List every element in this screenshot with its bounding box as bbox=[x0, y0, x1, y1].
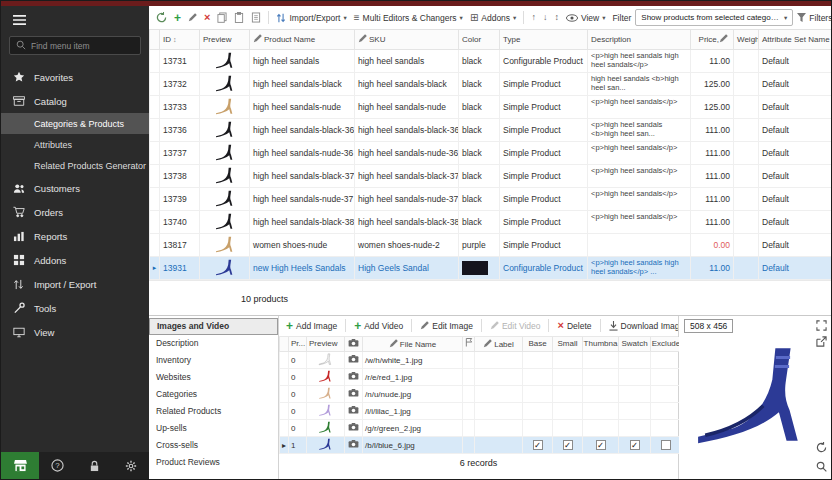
edit-product-button[interactable] bbox=[185, 11, 200, 24]
base-checkbox[interactable] bbox=[533, 440, 543, 450]
delete-product-button[interactable]: × bbox=[201, 10, 213, 25]
help-icon[interactable]: ? bbox=[39, 452, 76, 479]
small-checkbox[interactable] bbox=[563, 440, 573, 450]
product-row[interactable]: ▸13931new High Heels SandalsHigh Geels S… bbox=[150, 256, 832, 279]
image-thumbnail bbox=[307, 369, 345, 386]
sidebar-item-reports[interactable]: Reports bbox=[1, 224, 149, 248]
image-row[interactable]: 0/g/r/green_2.jpg bbox=[280, 420, 682, 437]
product-row[interactable]: 13732high heel sandals-blackhigh heel sa… bbox=[150, 72, 832, 95]
column-header-small[interactable]: Small bbox=[553, 337, 583, 352]
exclude-checkbox[interactable] bbox=[661, 440, 671, 450]
product-row[interactable]: 13817women shoes-nudewomen shoes-nude-2p… bbox=[150, 233, 832, 256]
sidebar-item-tools[interactable]: Tools bbox=[1, 296, 149, 320]
download-image-button[interactable]: Download Image bbox=[605, 319, 679, 333]
addons-menu[interactable]: ⊞Addons▾ bbox=[467, 11, 520, 25]
column-header-pr[interactable]: Pr... bbox=[289, 337, 307, 352]
column-header-preview[interactable]: Preview bbox=[307, 337, 345, 352]
image-row[interactable]: 0/w/h/white_1.jpg bbox=[280, 352, 682, 369]
add-video-button[interactable]: +Add Video bbox=[350, 318, 407, 334]
product-row[interactable]: 13738high heel sandals-black-37high heel… bbox=[150, 164, 832, 187]
column-header-description[interactable]: Description bbox=[588, 30, 691, 49]
column-header-label[interactable]: Label bbox=[475, 337, 523, 352]
tab-cross-sells[interactable]: Cross-sells bbox=[149, 437, 278, 454]
edit-image-button[interactable]: Edit Image bbox=[416, 319, 477, 333]
store-icon[interactable] bbox=[1, 452, 39, 479]
column-header-id[interactable]: ID↕ bbox=[160, 30, 200, 49]
sidebar-nav: FavoritesCatalogCategories & ProductsAtt… bbox=[1, 65, 149, 344]
product-row[interactable]: 13736high heel sandals-black-36high heel… bbox=[150, 118, 832, 141]
column-header-price[interactable]: Price, bbox=[691, 30, 734, 49]
add-product-button[interactable]: + bbox=[171, 10, 184, 26]
products-header: ID↕PreviewProduct NameSKUColorTypeDescri… bbox=[150, 30, 832, 49]
product-row[interactable]: 13740high heel sandals-black-38high heel… bbox=[150, 210, 832, 233]
filter-select[interactable]: Show products from selected categories▾ bbox=[635, 9, 793, 26]
sidebar-item-orders[interactable]: Orders bbox=[1, 200, 149, 224]
gear-icon[interactable] bbox=[112, 452, 149, 479]
sidebar-search[interactable] bbox=[9, 36, 141, 55]
sidebar-item-favorites[interactable]: Favorites bbox=[1, 65, 149, 89]
column-header-attribute-set-name[interactable]: Attribute Set Name bbox=[759, 30, 832, 49]
image-row[interactable]: 0/n/u/nude.jpg bbox=[280, 386, 682, 403]
swatch-checkbox[interactable] bbox=[630, 440, 640, 450]
filters-button[interactable]: Filters▾ bbox=[794, 11, 831, 25]
column-header-weight[interactable]: Weight bbox=[734, 30, 759, 49]
sidebar-item-related-products-generator[interactable]: Related Products Generator bbox=[1, 155, 149, 176]
sidebar-item-addons[interactable]: Addons bbox=[1, 248, 149, 272]
delete-image-button[interactable]: ×Delete bbox=[553, 318, 595, 333]
add-image-button[interactable]: +Add Image bbox=[282, 318, 341, 334]
open-external-icon[interactable] bbox=[816, 336, 827, 347]
column-header-color[interactable]: Color bbox=[459, 30, 500, 49]
sidebar-item-categories-products[interactable]: Categories & Products bbox=[1, 113, 149, 134]
search-input[interactable] bbox=[31, 41, 134, 51]
image-row[interactable]: ▸1/b/l/blue_6.jpg bbox=[280, 437, 682, 454]
menu-icon[interactable] bbox=[1, 6, 149, 33]
tab-inventory[interactable]: Inventory bbox=[149, 352, 278, 369]
view-menu[interactable]: View▾ bbox=[563, 11, 609, 25]
multi-editors-menu[interactable]: ≡Multi Editors & Changers▾ bbox=[351, 11, 466, 25]
column-header-swatch[interactable]: Swatch bbox=[619, 337, 651, 352]
column-header-camera[interactable] bbox=[345, 337, 363, 352]
refresh-button[interactable] bbox=[153, 10, 170, 25]
sort-icon: ↕ bbox=[173, 36, 177, 43]
sidebar-item-view[interactable]: View bbox=[1, 320, 149, 344]
product-row[interactable]: 13733high heel sandals-nudehigh heel san… bbox=[150, 95, 832, 118]
product-row[interactable]: 13731high heel sandalshigh heel sandalsb… bbox=[150, 49, 832, 72]
sidebar-item-catalog[interactable]: Catalog bbox=[1, 89, 149, 113]
sidebar-item-import-export[interactable]: Import / Export bbox=[1, 272, 149, 296]
column-header-type[interactable]: Type bbox=[500, 30, 588, 49]
paste-button[interactable] bbox=[231, 10, 247, 25]
sort-button[interactable]: ↕ bbox=[551, 11, 562, 24]
thumbnail-checkbox[interactable] bbox=[596, 440, 606, 450]
duplicate-button[interactable] bbox=[248, 10, 264, 25]
import-export-menu[interactable]: Import/Export▾ bbox=[273, 11, 349, 25]
sidebar-item-attributes[interactable]: Attributes bbox=[1, 134, 149, 155]
column-header-flag[interactable] bbox=[463, 337, 475, 352]
edit-video-button[interactable]: Edit Video bbox=[486, 319, 545, 333]
tab-images-and-video[interactable]: Images and Video bbox=[149, 318, 278, 335]
expand-button[interactable]: ↑ bbox=[528, 11, 539, 24]
tab-categories[interactable]: Categories bbox=[149, 386, 278, 403]
product-row[interactable]: 13739high heel sandals-nude-37high heel … bbox=[150, 187, 832, 210]
rotate-icon[interactable] bbox=[816, 442, 827, 453]
tab-product-reviews[interactable]: Product Reviews bbox=[149, 454, 278, 471]
image-row[interactable]: 0/r/e/red_1.jpg bbox=[280, 369, 682, 386]
column-header-file-name[interactable]: File Name bbox=[363, 337, 463, 352]
zoom-icon[interactable] bbox=[816, 461, 827, 472]
column-header-base[interactable]: Base bbox=[523, 337, 553, 352]
collapse-button[interactable]: ↓ bbox=[540, 11, 551, 24]
tab-description[interactable]: Description bbox=[149, 335, 278, 352]
image-row[interactable]: 0/l/i/lilac_1.jpg bbox=[280, 403, 682, 420]
product-row[interactable]: 13737high heel sandals-nude-36high heel … bbox=[150, 141, 832, 164]
column-header-product-name[interactable]: Product Name bbox=[250, 30, 355, 49]
lock-icon[interactable] bbox=[76, 452, 113, 479]
column-header-thumbna[interactable]: Thumbna bbox=[583, 337, 619, 352]
column-header-sku[interactable]: SKU bbox=[355, 30, 459, 49]
tab-up-sells[interactable]: Up-sells bbox=[149, 420, 278, 437]
fullscreen-icon[interactable] bbox=[816, 320, 827, 331]
tab-websites[interactable]: Websites bbox=[149, 369, 278, 386]
tab-related-products[interactable]: Related Products bbox=[149, 403, 278, 420]
column-header-preview[interactable]: Preview bbox=[200, 30, 250, 49]
column-header-exclude[interactable]: Exclude bbox=[651, 337, 682, 352]
copy-button[interactable] bbox=[214, 10, 230, 25]
sidebar-item-customers[interactable]: Customers bbox=[1, 176, 149, 200]
